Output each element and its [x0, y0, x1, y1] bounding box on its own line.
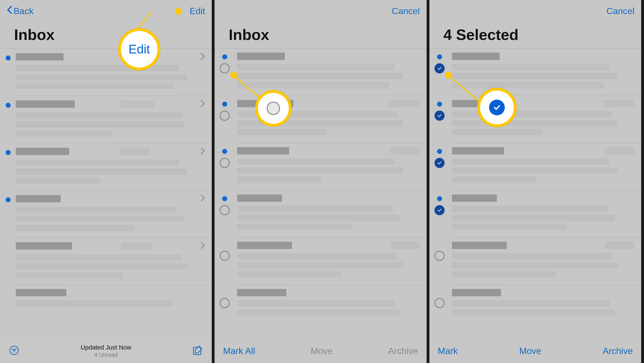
- message-row[interactable]: [215, 285, 426, 319]
- unread-dot-icon: [222, 54, 227, 59]
- page-title: 4 Selected: [443, 26, 627, 43]
- chevron-right-icon: [201, 53, 205, 61]
- page-title: Inbox: [229, 26, 412, 43]
- message-row[interactable]: [215, 238, 426, 285]
- unread-dot-icon: [6, 103, 11, 108]
- status-sub-text: 4 Unread: [20, 352, 192, 358]
- unread-dot-icon: [6, 150, 11, 155]
- message-content: [16, 53, 205, 89]
- chevron-right-icon: [201, 194, 205, 203]
- cancel-label: Cancel: [392, 6, 420, 16]
- archive-button: Archive: [388, 346, 418, 356]
- compose-icon: [192, 345, 203, 357]
- select-checkbox-checked[interactable]: [434, 205, 445, 215]
- unread-dot-icon: [222, 196, 227, 201]
- message-row[interactable]: [215, 143, 426, 191]
- navbar: Cancel: [215, 0, 426, 22]
- select-checkbox-checked[interactable]: [434, 158, 445, 168]
- checkmark-icon: [437, 160, 442, 165]
- message-list: [0, 48, 212, 310]
- message-row[interactable]: [0, 143, 212, 191]
- chevron-right-icon: [201, 100, 205, 108]
- move-button: Move: [310, 346, 332, 356]
- unread-dot-icon: [437, 54, 442, 59]
- chevron-right-icon: [201, 242, 205, 250]
- back-label: Back: [13, 6, 33, 16]
- unread-dot-icon: [6, 197, 11, 202]
- mark-button[interactable]: Mark: [438, 346, 458, 356]
- select-checkbox-checked[interactable]: [434, 63, 445, 73]
- edit-toolbar: Mark All Move Archive: [215, 339, 426, 363]
- page-title: Inbox: [14, 26, 198, 43]
- unread-dot-icon: [222, 149, 227, 154]
- filter-icon: [9, 345, 19, 357]
- select-checkbox[interactable]: [434, 251, 445, 261]
- message-content: [16, 194, 205, 231]
- message-row[interactable]: [215, 191, 426, 238]
- cancel-label: Cancel: [606, 6, 634, 16]
- message-row[interactable]: [215, 49, 426, 96]
- toolbar-status: Updated Just Now 4 Unread: [20, 344, 192, 358]
- panel-inbox-selected: Cancel 4 Selected: [429, 0, 644, 363]
- message-row[interactable]: [0, 285, 212, 310]
- compose-button[interactable]: [192, 345, 204, 357]
- message-row[interactable]: [429, 285, 641, 319]
- message-row[interactable]: [0, 191, 212, 238]
- checkmark-icon: [437, 66, 442, 71]
- status-text: Updated Just Now: [20, 344, 192, 351]
- edit-toolbar: Mark Move Archive: [429, 339, 641, 363]
- select-checkbox-checked[interactable]: [434, 111, 445, 121]
- message-row[interactable]: [429, 191, 641, 238]
- message-content: [16, 147, 205, 184]
- message-row[interactable]: [0, 238, 212, 285]
- unread-dot-icon: [437, 102, 442, 107]
- select-checkbox[interactable]: [220, 63, 230, 73]
- title-bar: Inbox: [215, 22, 426, 48]
- edit-label: Edit: [190, 6, 205, 16]
- message-row[interactable]: [429, 96, 641, 143]
- message-row[interactable]: [429, 49, 641, 96]
- select-checkbox[interactable]: [220, 205, 230, 215]
- chevron-right-icon: [201, 147, 205, 156]
- select-checkbox[interactable]: [220, 251, 230, 261]
- message-row[interactable]: [0, 49, 212, 96]
- checkmark-icon: [437, 208, 442, 213]
- cancel-button[interactable]: Cancel: [392, 6, 420, 16]
- navbar: Cancel: [429, 0, 641, 22]
- select-checkbox[interactable]: [220, 111, 230, 121]
- title-bar: 4 Selected: [429, 22, 641, 48]
- message-list-edit: [215, 48, 426, 319]
- message-content: [16, 242, 205, 278]
- toolbar: Updated Just Now 4 Unread: [0, 339, 212, 363]
- select-checkbox[interactable]: [434, 298, 445, 308]
- message-row[interactable]: [429, 238, 641, 285]
- chevron-back-icon: [7, 6, 12, 16]
- filter-button[interactable]: [8, 345, 20, 357]
- message-content: [16, 100, 205, 136]
- select-checkbox[interactable]: [220, 298, 230, 308]
- back-button[interactable]: Back: [7, 6, 33, 16]
- panel-inbox-normal: Back Edit Inbox: [0, 0, 215, 363]
- unread-dot-icon: [6, 55, 11, 60]
- edit-button[interactable]: Edit: [190, 6, 205, 16]
- select-checkbox[interactable]: [220, 158, 230, 168]
- checkmark-icon: [437, 113, 442, 118]
- archive-button[interactable]: Archive: [603, 346, 633, 356]
- cancel-button[interactable]: Cancel: [606, 6, 634, 16]
- mark-all-button[interactable]: Mark All: [223, 346, 255, 356]
- unread-dot-icon: [437, 196, 442, 201]
- unread-dot-icon: [437, 149, 442, 154]
- message-row[interactable]: [429, 143, 641, 191]
- title-bar: Inbox: [0, 22, 212, 48]
- unread-dot-icon: [222, 102, 227, 107]
- message-row[interactable]: [0, 96, 212, 143]
- panel-inbox-edit: Cancel Inbox: [215, 0, 429, 363]
- message-content: [16, 289, 205, 306]
- message-row[interactable]: [215, 96, 426, 143]
- move-button[interactable]: Move: [519, 346, 541, 356]
- message-list-edit: [429, 48, 641, 319]
